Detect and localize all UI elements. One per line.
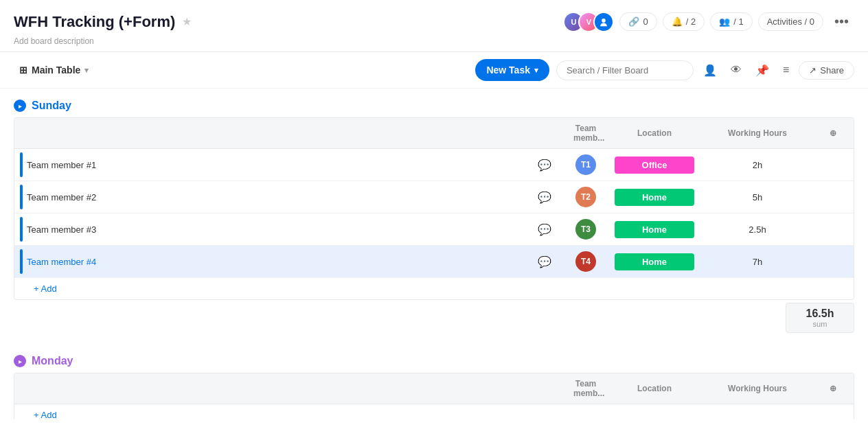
col-avatar: Team memb... [565, 118, 606, 148]
avatar: T1 [575, 154, 596, 175]
add-column-button[interactable]: ⊕ [812, 123, 854, 143]
share-icon: ↗ [809, 65, 816, 76]
group-toggle-sunday[interactable]: ▸ [14, 100, 26, 112]
location-cell[interactable]: Home [606, 248, 703, 276]
add-row-button[interactable]: + Add [14, 278, 854, 299]
sum-label: sum [797, 320, 843, 328]
row-name: Team member #1 [27, 160, 96, 170]
col-location: Location [606, 123, 703, 143]
col-name [14, 383, 524, 394]
avatar-cell[interactable]: T3 [565, 213, 606, 245]
location-badge: Home [615, 221, 694, 238]
col-avatar: Team memb... [565, 373, 606, 404]
comment-icon[interactable]: 💬 [538, 255, 551, 268]
new-task-button[interactable]: New Task ▾ [475, 59, 549, 81]
row-indicator [20, 249, 23, 274]
avatar: T3 [575, 219, 596, 240]
row-options [812, 159, 854, 170]
hours-value: 5h [753, 192, 762, 202]
person-filter-icon[interactable]: 👤 [700, 61, 720, 80]
search-input[interactable] [556, 60, 694, 80]
hours-value: 2h [753, 160, 762, 170]
row-options [812, 192, 854, 202]
col-hours: Working Hours [703, 378, 812, 399]
board-title: WFH Tracking (+Form) [14, 13, 175, 31]
avatar [593, 12, 614, 32]
group-name-monday: Monday [32, 355, 73, 367]
group-sunday: ▸ Sunday Team memb... Location Working H… [14, 100, 854, 333]
more-button[interactable]: ••• [829, 11, 854, 32]
invite-button[interactable]: 🔗 0 [619, 12, 656, 31]
col-name [14, 128, 524, 139]
toolbar-icons: 👤 👁 📌 ≡ [700, 61, 792, 80]
comment-cell[interactable]: 💬 [524, 250, 565, 274]
comment-icon[interactable]: 💬 [538, 159, 551, 172]
comment-icon[interactable]: 💬 [538, 191, 551, 204]
comment-cell[interactable]: 💬 [524, 153, 565, 177]
hours-value: 2.5h [749, 224, 766, 235]
table-row[interactable]: Team member #2 💬 T2 Home 5h [14, 181, 854, 213]
comment-cell[interactable]: 💬 [524, 185, 565, 209]
row-name: Team member #2 [27, 192, 96, 202]
main-table-button[interactable]: ⊞ Main Table ▾ [14, 62, 94, 78]
col-location: Location [606, 378, 703, 399]
header: WFH Tracking (+Form) ★ U V 🔗 0 🔔 / 2 [0, 0, 868, 52]
row-indicator [20, 185, 23, 209]
header-actions: U V 🔗 0 🔔 / 2 👥 / 1 [563, 11, 854, 32]
table-monday: Team memb... Location Working Hours ⊕ + … [14, 373, 854, 419]
table-header: Team memb... Location Working Hours ⊕ [14, 373, 854, 404]
col-comment [524, 383, 565, 394]
location-cell[interactable]: Home [606, 183, 703, 211]
share-button[interactable]: ↗ Share [799, 61, 854, 80]
add-row-button[interactable]: + Add [14, 404, 854, 419]
row-indicator [20, 152, 23, 177]
avatar-cell[interactable]: T4 [565, 246, 606, 277]
add-row-label: + Add [25, 410, 57, 419]
table-row[interactable]: Team member #1 💬 T1 Office 2h [14, 149, 854, 181]
avatar-group[interactable]: U V [563, 12, 614, 32]
comment-cell[interactable]: 💬 [524, 218, 565, 242]
table-row[interactable]: Team member #3 💬 T3 Home 2.5h [14, 213, 854, 246]
update-icon: 🔔 [672, 16, 683, 27]
add-column-button[interactable]: ⊕ [812, 378, 854, 399]
location-badge: Home [615, 253, 694, 270]
members-button[interactable]: 👥 / 1 [710, 12, 752, 31]
table-header: Team memb... Location Working Hours ⊕ [14, 118, 854, 149]
star-icon[interactable]: ★ [182, 15, 192, 28]
location-badge: Home [615, 189, 694, 206]
add-row-label: + Add [25, 283, 57, 294]
col-hours: Working Hours [703, 123, 812, 143]
col-team-label: Team memb... [573, 124, 604, 143]
hours-cell: 7h [703, 251, 812, 273]
toolbar: ⊞ Main Table ▾ New Task ▾ 👤 👁 📌 ≡ ↗ Shar… [0, 52, 868, 89]
row-options [812, 224, 854, 235]
pin-icon[interactable]: 📌 [753, 61, 772, 80]
hours-value: 7h [753, 257, 762, 267]
group-toggle-monday[interactable]: ▸ [14, 355, 26, 367]
activities-button[interactable]: Activities / 0 [758, 12, 823, 31]
row-name: Team member #3 [27, 224, 96, 235]
location-cell[interactable]: Office [606, 151, 703, 179]
hours-cell: 2h [703, 154, 812, 176]
table-row[interactable]: Team member #4 ✎ 💬 T4 Home 7h [14, 246, 854, 278]
chevron-down-icon: ▾ [84, 66, 89, 75]
eye-icon[interactable]: 👁 [728, 61, 744, 79]
row-indicator [20, 217, 23, 242]
avatar-cell[interactable]: T2 [565, 181, 606, 213]
avatar: T2 [575, 187, 596, 207]
invite-icon: 🔗 [628, 16, 639, 27]
update-button[interactable]: 🔔 / 2 [663, 12, 705, 31]
comment-icon[interactable]: 💬 [538, 223, 551, 236]
board-description[interactable]: Add board description [14, 35, 854, 46]
members-icon: 👥 [719, 16, 730, 27]
filter-icon[interactable]: ≡ [780, 61, 792, 79]
avatar-cell[interactable]: T1 [565, 149, 606, 181]
row-name: Team member #4 [27, 257, 96, 267]
sum-box: 16.5h sum [786, 303, 854, 333]
location-cell[interactable]: Home [606, 216, 703, 244]
row-name-cell: Team member #1 [14, 152, 524, 177]
row-name-cell: Team member #3 [14, 217, 524, 242]
sum-value: 16.5h [797, 308, 843, 320]
main-content: ▸ Sunday Team memb... Location Working H… [0, 89, 868, 419]
location-badge: Office [615, 157, 694, 174]
